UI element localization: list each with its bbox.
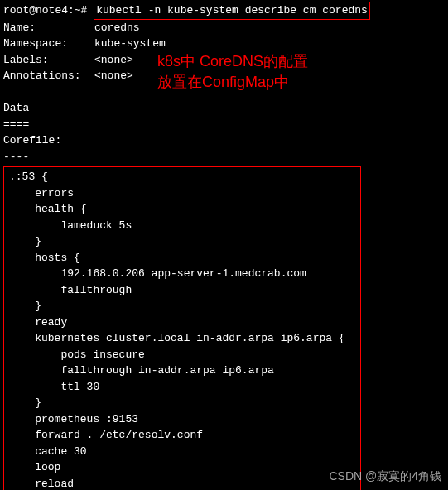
corefile-line: ttl 30	[9, 379, 355, 396]
corefile-line: .:53 {	[9, 169, 355, 185]
field-name: Name: coredns	[3, 20, 445, 36]
field-namespace: Namespace: kube-system	[3, 36, 445, 52]
corefile-line: fallthrough	[9, 282, 355, 299]
data-header: Data	[3, 100, 445, 117]
field-value: <none>	[94, 52, 133, 69]
corefile-line: 192.168.0.206 app-server-1.medcrab.com	[9, 266, 355, 282]
data-separator: ====	[3, 117, 445, 133]
field-value: <none>	[94, 68, 133, 84]
corefile-line: errors	[9, 185, 355, 202]
corefile-line: kubernetes cluster.local in-addr.arpa ip…	[9, 330, 355, 347]
annotation-text: k8s中 CoreDNS的配置 放置在ConfigMap中	[157, 51, 308, 93]
corefile-line: }	[9, 395, 355, 411]
field-label: Labels:	[3, 52, 94, 69]
shell-prompt: root@note4:~#	[3, 2, 94, 19]
corefile-line: reload	[9, 476, 355, 491]
command-highlight-box: kubectl -n kube-system describe cm cored…	[94, 2, 370, 20]
corefile-line: cache 30	[9, 444, 355, 460]
corefile-line: }	[9, 233, 355, 250]
corefile-line: }	[9, 298, 355, 315]
field-label: Namespace:	[3, 36, 94, 52]
corefile-content-box: .:53 { errors health { lameduck 5s } hos…	[3, 166, 361, 490]
corefile-line: loop	[9, 459, 355, 476]
watermark-text: CSDN @寂寞的4角钱	[329, 468, 441, 485]
corefile-line: lameduck 5s	[9, 218, 355, 234]
prompt-line-1[interactable]: root@note4:~# kubectl -n kube-system des…	[3, 2, 445, 20]
field-label: Annotations:	[3, 68, 94, 84]
corefile-line: hosts {	[9, 250, 355, 267]
corefile-separator: ----	[3, 149, 445, 166]
annotation-line-1: k8s中 CoreDNS的配置	[157, 51, 308, 72]
corefile-line: prometheus :9153	[9, 411, 355, 428]
corefile-line: pods insecure	[9, 347, 355, 363]
field-value: coredns	[94, 20, 140, 36]
annotation-line-2: 放置在ConfigMap中	[157, 72, 308, 93]
corefile-line: forward . /etc/resolv.conf	[9, 427, 355, 444]
corefile-line: fallthrough in-addr.arpa ip6.arpa	[9, 363, 355, 379]
corefile-header: Corefile:	[3, 132, 445, 149]
corefile-line: health {	[9, 201, 355, 218]
field-label: Name:	[3, 20, 94, 36]
corefile-line: ready	[9, 315, 355, 331]
field-value: kube-system	[94, 36, 166, 52]
